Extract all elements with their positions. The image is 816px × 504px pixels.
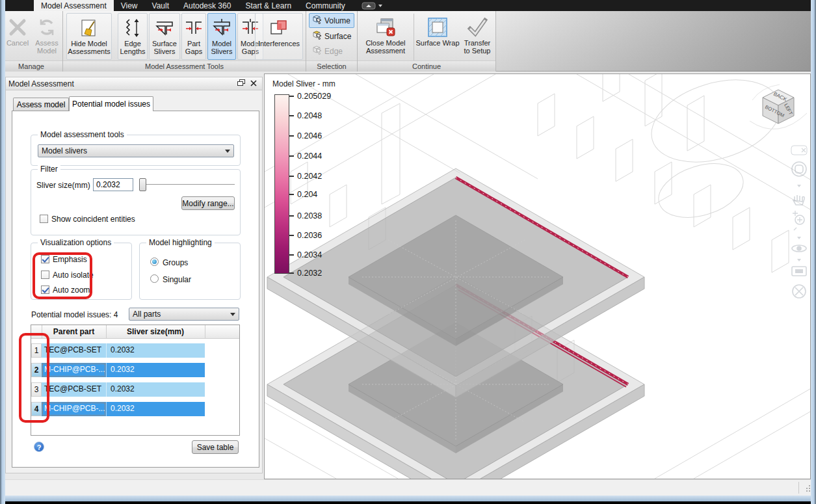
assessment-tool-dropdown[interactable]: Model slivers	[38, 144, 234, 157]
interferences-icon	[268, 16, 290, 40]
ribbon-minimize-icon[interactable]	[362, 0, 384, 11]
close-panel-icon[interactable]	[250, 79, 257, 88]
auto-zoom-checkbox[interactable]	[41, 285, 49, 294]
groups-label: Groups	[163, 258, 188, 267]
legend-tick: 0.2038	[289, 211, 322, 221]
tab-start-learn[interactable]: Start & Learn	[238, 0, 298, 11]
ribbon-button-label: Surface Slivers	[150, 40, 179, 55]
tab-autodesk-360[interactable]: Autodesk 360	[176, 0, 238, 11]
selection-volume-button[interactable]: Volume	[309, 13, 354, 28]
interferences-button[interactable]: Interferences	[255, 13, 303, 60]
transfer-to-setup-button[interactable]: Transfer to Setup	[460, 13, 494, 60]
parent-part-cell[interactable]: M-CHIP@PCB-...	[42, 363, 106, 377]
ribbon-group-model-assessment-tools: Hide Model Assessments Edge Lengths	[63, 11, 306, 72]
view-cube[interactable]: BACK BOTTOM LEFT	[748, 81, 808, 140]
tab-assess-model[interactable]: Assess model	[13, 98, 69, 111]
viewport-3d[interactable]: Model Sliver - mm 0.205029 0.2048 0.2046…	[264, 73, 811, 479]
ribbon-button-label: Edge	[324, 47, 343, 56]
group-label: Model highlighting	[146, 238, 215, 247]
hide-model-assessments-button[interactable]: Hide Model Assessments	[66, 13, 112, 60]
part-gaps-button[interactable]: Part Gaps	[181, 13, 206, 60]
row-number[interactable]: 3	[31, 382, 42, 397]
ribbon-group-label: Selection	[306, 60, 357, 72]
column-header-parent-part[interactable]: Parent part	[42, 325, 106, 339]
tab-potential-model-issues[interactable]: Potential model issues	[69, 96, 153, 111]
panel-title-bar: Model Assessment	[6, 77, 262, 90]
modify-range-button[interactable]: Modify range...	[181, 196, 235, 210]
sliver-size-cell[interactable]: 0.2032	[106, 382, 205, 397]
table-row[interactable]: 1 TEC@PCB-SET0.2032	[31, 343, 239, 358]
visualization-options-group: Visualization options Emphasis Auto isol…	[31, 243, 132, 300]
legend-tick: 0.2042	[289, 171, 322, 181]
navigation-bar[interactable]	[786, 144, 811, 310]
ribbon-button-label: Hide Model Assessments	[67, 40, 111, 55]
save-table-button[interactable]: Save table	[192, 440, 239, 454]
legend-tick: 0.2036	[289, 230, 322, 241]
slider-thumb[interactable]	[139, 178, 146, 191]
assess-model-button[interactable]: Assess Model	[33, 13, 61, 60]
model-wireframe-scene	[265, 74, 810, 479]
table-row[interactable]: 2 M-CHIP@PCB-...0.2032	[31, 363, 239, 377]
column-header-sliver-size[interactable]: Sliver size(mm)	[106, 325, 205, 339]
parent-part-cell[interactable]: TEC@PCB-SET	[42, 343, 106, 358]
zoom-icon	[793, 211, 804, 230]
sliver-size-input[interactable]	[93, 178, 133, 191]
look-at-icon	[792, 267, 806, 276]
sliver-size-cell[interactable]: 0.2032	[106, 343, 205, 358]
tab-vault[interactable]: Vault	[145, 0, 176, 11]
selection-surface-button[interactable]: Surface	[309, 29, 354, 44]
sliver-size-cell[interactable]: 0.2032	[106, 363, 205, 377]
selection-edge-button[interactable]: Edge	[309, 44, 354, 59]
auto-zoom-label: Auto zoom	[53, 285, 90, 295]
table-header: Parent part Sliver size(mm)	[31, 325, 239, 339]
emphasis-checkbox[interactable]	[41, 255, 49, 263]
ribbon-button-label: Edge Lengths	[118, 40, 147, 55]
groups-radio[interactable]	[150, 258, 159, 266]
ribbon-button-label: Surface Wrap	[415, 39, 459, 47]
close-window-icon	[375, 15, 397, 39]
model-slivers-button[interactable]: Model Slivers	[207, 13, 236, 60]
slider-track[interactable]	[140, 184, 235, 185]
tab-model-assessment[interactable]: Model Assessment	[34, 0, 114, 11]
legend-tick: 0.2032	[289, 268, 322, 278]
row-number[interactable]: 4	[31, 402, 42, 416]
filter-group: Filter Sliver size(mm) Modify range... S…	[31, 169, 241, 235]
parts-filter-dropdown[interactable]: All parts	[129, 308, 239, 321]
edge-lengths-button[interactable]: Edge Lengths	[118, 13, 148, 60]
model-assessment-tools-group: Model assessment tools Model slivers	[31, 135, 241, 166]
potential-issues-count: Potential model issues: 4	[31, 310, 118, 319]
show-coincident-checkbox[interactable]	[40, 215, 48, 223]
ribbon-button-label: Interferences	[258, 40, 300, 47]
auto-isolate-checkbox[interactable]	[41, 271, 49, 279]
row-number[interactable]: 1	[31, 343, 42, 358]
parent-part-cell[interactable]: TEC@PCB-SET	[42, 382, 106, 397]
parent-part-cell[interactable]: M-CHIP@PCB-...	[42, 402, 106, 416]
close-model-assessment-button[interactable]: Close Model Assessment	[360, 13, 411, 60]
ribbon-group-label: Continue	[358, 60, 495, 72]
help-icon[interactable]: ?	[34, 442, 44, 452]
auto-isolate-label: Auto isolate	[53, 271, 94, 280]
legend-color-bar	[274, 94, 289, 274]
table-row[interactable]: 4 M-CHIP@PCB-...0.2032	[31, 402, 239, 416]
window-border-left	[0, 0, 5, 504]
group-label: Filter	[38, 165, 60, 174]
sliver-size-label: Sliver size(mm)	[36, 181, 90, 190]
model-highlighting-group: Model highlighting Groups Singular	[139, 243, 241, 300]
table-row[interactable]: 3 TEC@PCB-SET0.2032	[31, 382, 239, 397]
float-panel-icon[interactable]	[237, 79, 245, 88]
group-label: Model assessment tools	[38, 130, 127, 139]
surface-wrap-button[interactable]: Surface Wrap	[415, 13, 460, 60]
cancel-button[interactable]: Cancel	[4, 13, 31, 60]
tab-community[interactable]: Community	[298, 0, 352, 11]
ribbon: Cancel Assess Model Manage Hide Model A	[0, 11, 816, 72]
resize-grip[interactable]	[806, 490, 808, 492]
surface-wrap-icon	[427, 15, 449, 39]
surface-slivers-button[interactable]: Surface Slivers	[149, 13, 180, 60]
singular-radio[interactable]	[150, 274, 159, 283]
row-number[interactable]: 2	[31, 363, 42, 377]
tab-view[interactable]: View	[114, 0, 145, 11]
ribbon-button-label: Surface	[324, 32, 351, 41]
edge-lengths-icon	[122, 16, 143, 40]
ribbon-button-label: Assess Model	[33, 39, 61, 55]
sliver-size-cell[interactable]: 0.2032	[106, 402, 205, 416]
